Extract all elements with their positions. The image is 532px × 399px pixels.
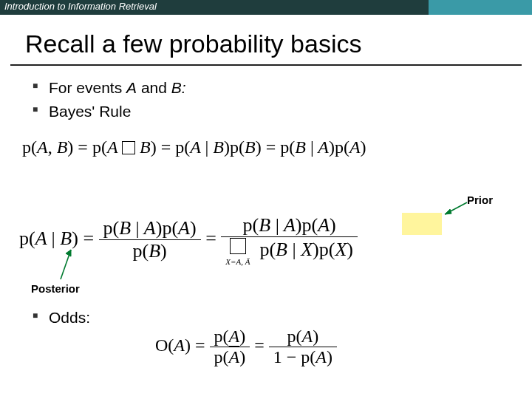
bullet-text: and	[137, 79, 171, 96]
bullet-text-var: B:	[171, 79, 186, 96]
title-underline	[10, 64, 522, 66]
bullet-text-var: A	[126, 79, 137, 96]
header-accent	[429, 0, 532, 15]
posterior-label: Posterior	[31, 282, 80, 295]
prior-label: Prior	[467, 194, 493, 206]
slide-title: Recall a few probability basics	[25, 30, 532, 58]
eq-joint: p(A, B) = p(A B) = p(A | B)p(B) = p(B | …	[22, 137, 366, 157]
bullet-text: For events	[49, 79, 126, 96]
prior-highlight	[402, 213, 442, 235]
bullet-list: For events A and B: Bayes' Rule	[33, 78, 532, 123]
course-title: Introduction to Information Retrieval	[4, 1, 157, 12]
svg-marker-1	[445, 209, 451, 214]
posterior-arrow-icon	[55, 245, 77, 282]
bullet-list-2: Odds:	[33, 307, 532, 328]
bullet-bayes: Bayes' Rule	[33, 101, 532, 122]
prior-arrow-icon	[440, 200, 470, 217]
header-bar: Introduction to Information Retrieval	[0, 0, 532, 15]
eq-odds: O(A) = p(A) p(A) = p(A) 1 − p(A)	[155, 327, 337, 367]
bullet-odds: Odds:	[33, 307, 532, 328]
bullet-events: For events A and B:	[33, 78, 532, 98]
sum-limit: X=A, Ā	[225, 258, 250, 266]
